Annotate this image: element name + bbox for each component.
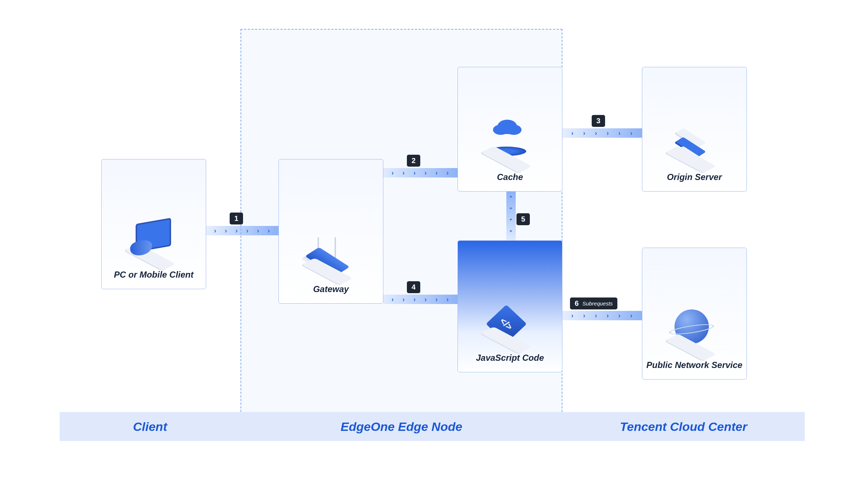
step-1-number: 1 <box>234 214 238 223</box>
node-client-label: PC or Mobile Client <box>114 270 193 280</box>
step-3-number: 3 <box>596 117 600 125</box>
cache-icon <box>479 118 541 168</box>
node-origin-server: Origin Server <box>642 67 747 192</box>
node-gateway-label: Gateway <box>313 284 349 294</box>
code-cube-icon <box>479 299 541 349</box>
node-origin-label: Origin Server <box>667 172 722 182</box>
arrow-jscode-to-public: ›››››› <box>562 311 642 320</box>
zone-label-center: Tencent Cloud Center <box>562 412 805 441</box>
zone-label-edge: EdgeOne Edge Node <box>241 412 562 441</box>
globe-icon <box>664 306 725 356</box>
gateway-router-icon <box>300 230 362 281</box>
step-badge-2: 2 <box>407 155 420 167</box>
node-gateway: Gateway <box>278 159 383 304</box>
step-2-number: 2 <box>412 157 416 165</box>
arrow-cache-to-origin: ›››››› <box>562 128 642 138</box>
client-device-icon <box>123 215 184 266</box>
step-badge-5: 5 <box>516 213 530 225</box>
server-stack-icon <box>664 118 725 168</box>
arrow-gateway-to-jscode: ›››››› <box>383 295 458 304</box>
step-badge-3: 3 <box>592 115 605 127</box>
zone-bar: Client EdgeOne Edge Node Tencent Cloud C… <box>60 412 805 441</box>
arrow-gateway-to-cache: ›››››› <box>383 168 458 177</box>
step-badge-4: 4 <box>407 281 420 293</box>
node-javascript-code: JavaScript Code <box>458 240 562 372</box>
arrow-jscode-to-cache: ˄˄˄˄ <box>506 192 516 240</box>
node-jscode-label: JavaScript Code <box>476 353 544 363</box>
node-public-network: Public Network Service <box>642 248 747 380</box>
node-client: PC or Mobile Client <box>101 159 206 289</box>
step-badge-6: 6 Subrequests <box>570 297 617 309</box>
node-cache-label: Cache <box>497 172 523 182</box>
step-badge-1: 1 <box>230 213 243 224</box>
step-4-number: 4 <box>412 283 416 291</box>
step-6-number: 6 <box>575 299 579 308</box>
arrow-client-to-gateway: ›››››› <box>206 226 278 235</box>
node-public-label: Public Network Service <box>646 360 742 370</box>
node-cache: Cache <box>458 67 562 192</box>
step-6-sublabel: Subrequests <box>582 300 613 307</box>
step-5-number: 5 <box>521 215 525 223</box>
zone-label-client: Client <box>60 412 241 441</box>
